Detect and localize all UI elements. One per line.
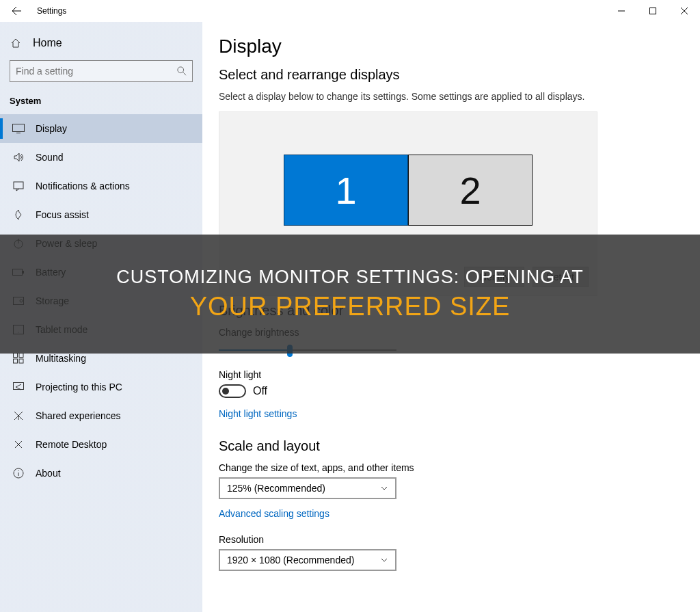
resolution-dropdown[interactable]: 1920 × 1080 (Recommended) [219,549,396,571]
search-input[interactable] [16,66,166,77]
display-arrangement-area[interactable]: 1 2 Identify Detect [219,111,597,296]
sidebar-item-label: Battery [36,267,66,278]
night-light-label: Night light [219,369,684,380]
display-icon [12,122,25,135]
svg-rect-0 [650,8,656,14]
multitasking-icon [12,352,25,364]
storage-icon [12,295,25,307]
sidebar-item-sound[interactable]: Sound [0,143,202,172]
sidebar: Home System Display Sound Notifications … [0,22,202,612]
sidebar-item-label: Storage [36,295,69,306]
svg-point-8 [20,300,23,302]
about-icon [12,467,25,479]
titlebar: Settings [0,0,700,22]
scale-heading: Scale and layout [219,438,684,454]
home-icon [10,37,22,49]
battery-icon [12,266,25,278]
sound-icon [12,151,25,163]
minimize-icon [618,8,625,14]
monitor-1[interactable]: 1 [284,155,408,226]
sidebar-item-display[interactable]: Display [0,114,202,143]
maximize-icon [649,8,656,14]
svg-rect-14 [19,359,23,363]
window-title: Settings [37,6,66,16]
shared-icon [12,410,25,422]
power-icon [12,237,25,250]
sidebar-item-label: About [36,468,61,479]
search-box[interactable] [10,60,193,82]
projecting-icon [12,381,25,393]
resolution-value: 1920 × 1080 (Recommended) [227,555,354,566]
scale-dropdown[interactable]: 125% (Recommended) [219,477,396,499]
brightness-heading: Brightness and color [219,303,684,319]
svg-rect-12 [19,354,23,358]
resolution-label: Resolution [219,534,684,545]
sidebar-item-projecting[interactable]: Projecting to this PC [0,373,202,401]
svg-rect-11 [14,354,18,358]
sidebar-item-battery[interactable]: Battery [0,258,202,287]
sidebar-home-label: Home [33,37,62,49]
sidebar-item-notifications[interactable]: Notifications & actions [0,172,202,200]
tablet-icon [12,323,25,336]
sidebar-item-label: Sound [36,152,63,163]
sidebar-item-label: Tablet mode [36,324,88,335]
identify-button[interactable]: Identify [464,267,524,287]
night-light-state: Off [253,385,267,397]
sidebar-item-label: Remote Desktop [36,439,107,450]
sidebar-item-label: Shared experiences [36,410,121,421]
monitor-2[interactable]: 2 [408,155,533,226]
main-content: Display Select and rearrange displays Se… [202,22,700,612]
svg-rect-6 [23,271,24,274]
chevron-down-icon [380,484,388,492]
sidebar-item-shared-experiences[interactable]: Shared experiences [0,401,202,430]
sidebar-item-tablet-mode[interactable]: Tablet mode [0,315,202,344]
sidebar-item-multitasking[interactable]: Multitasking [0,344,202,373]
night-light-settings-link[interactable]: Night light settings [219,408,297,419]
search-icon [177,66,187,76]
chevron-down-icon [380,556,388,564]
sidebar-item-remote-desktop[interactable]: Remote Desktop [0,430,202,459]
brightness-slider[interactable] [219,342,396,358]
select-displays-heading: Select and rearrange displays [219,67,684,83]
svg-rect-9 [14,325,24,334]
maximize-button[interactable] [637,0,669,22]
svg-rect-2 [13,124,25,132]
sidebar-item-label: Power & sleep [36,238,97,249]
brightness-label: Change brightness [219,327,684,338]
svg-point-1 [178,67,184,73]
slider-thumb[interactable] [287,345,293,357]
svg-rect-3 [14,182,23,189]
svg-rect-5 [13,269,23,276]
window-controls [606,0,700,22]
scale-value: 125% (Recommended) [227,483,325,494]
select-displays-body: Select a display below to change its set… [219,91,684,102]
detect-button[interactable]: Detect [533,267,589,287]
svg-rect-7 [14,297,24,305]
sidebar-item-power-sleep[interactable]: Power & sleep [0,229,202,258]
night-light-toggle[interactable] [219,384,246,398]
page-title: Display [219,36,684,57]
svg-rect-13 [14,359,18,363]
scale-label: Change the size of text, apps, and other… [219,462,684,473]
sidebar-item-storage[interactable]: Storage [0,287,202,315]
focus-assist-icon [12,209,25,221]
sidebar-section-label: System [0,93,202,114]
sidebar-item-label: Display [36,123,67,134]
sidebar-item-focus-assist[interactable]: Focus assist [0,200,202,229]
close-button[interactable] [669,0,700,22]
minimize-button[interactable] [606,0,637,22]
back-button[interactable] [0,0,33,22]
sidebar-item-about[interactable]: About [0,459,202,488]
sidebar-item-label: Focus assist [36,209,89,220]
arrow-left-icon [11,5,22,16]
remote-desktop-icon [12,438,25,451]
sidebar-item-label: Multitasking [36,353,86,364]
advanced-scaling-link[interactable]: Advanced scaling settings [219,508,329,519]
sidebar-item-label: Projecting to this PC [36,382,122,393]
svg-point-10 [18,332,19,333]
sidebar-item-label: Notifications & actions [36,181,130,191]
sidebar-home[interactable]: Home [0,30,202,56]
notifications-icon [12,180,25,192]
close-icon [681,8,688,14]
